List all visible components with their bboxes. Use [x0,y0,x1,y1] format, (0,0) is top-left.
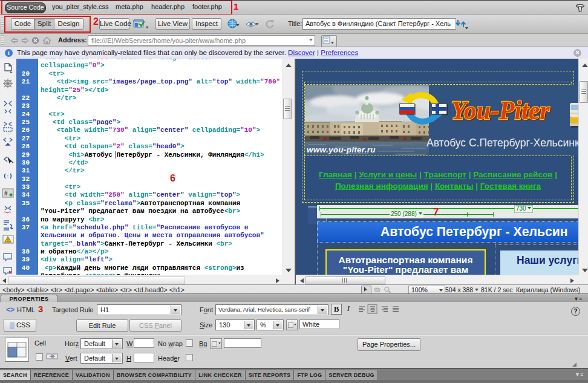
svg-text:#: # [4,190,8,197]
svg-text:!: ! [7,238,8,242]
svg-text:You-Piter: You-Piter [451,95,550,125]
